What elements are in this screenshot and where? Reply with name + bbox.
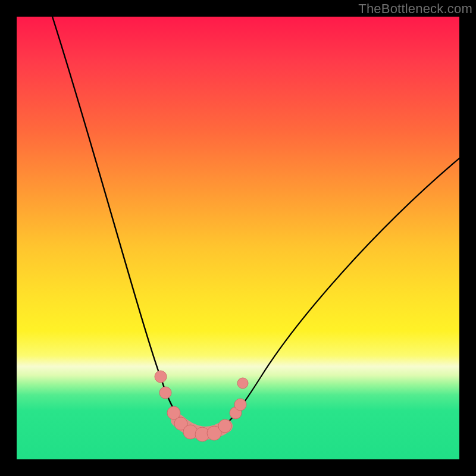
bottleneck-curve-left bbox=[52, 17, 205, 434]
marker-right-det bbox=[237, 378, 248, 389]
marker-right-lower bbox=[218, 419, 231, 433]
marker-group bbox=[155, 371, 248, 441]
marker-left-upper-1 bbox=[155, 371, 167, 383]
curve-layer bbox=[17, 17, 459, 459]
marker-right-upper-2 bbox=[234, 399, 246, 411]
marker-left-upper-2 bbox=[159, 387, 171, 399]
bottleneck-curve-right bbox=[205, 158, 459, 434]
plot-area bbox=[17, 17, 459, 459]
watermark-text: TheBottleneck.com bbox=[358, 1, 472, 17]
chart-frame: TheBottleneck.com bbox=[0, 0, 476, 476]
